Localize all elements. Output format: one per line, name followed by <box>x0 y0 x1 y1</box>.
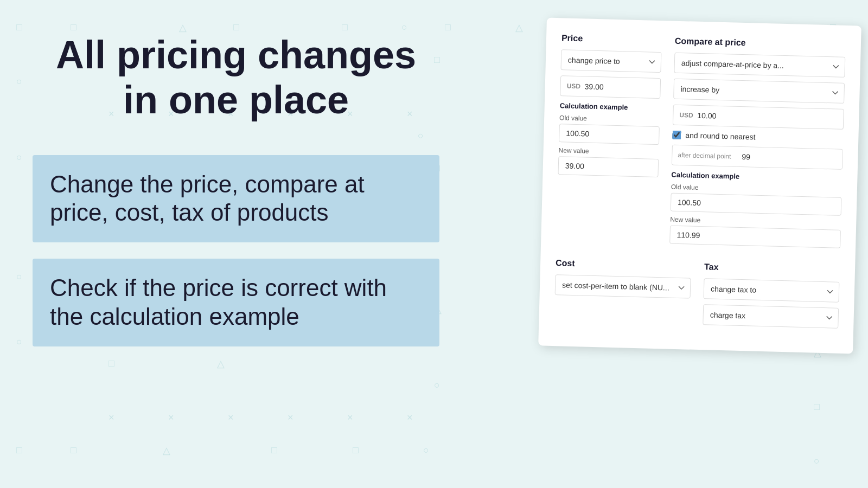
price-label: Price <box>561 33 662 46</box>
compare-action-select[interactable]: adjust compare-at-price by a... <box>674 53 845 78</box>
price-calc-section: Calculation example Old value New value <box>558 101 660 182</box>
compare-calc-title: Calculation example <box>671 171 842 183</box>
compare-label: Compare at price <box>675 36 846 50</box>
round-checkbox-label: and round to nearest <box>685 131 756 141</box>
compare-amount-wrapper: USD <box>673 105 844 130</box>
left-panel: All pricing changesin one place Change t… <box>33 33 439 363</box>
after-decimal-row: after decimal point <box>672 145 843 170</box>
price-currency-label: USD <box>567 82 581 91</box>
main-title: All pricing changesin one place <box>33 33 439 123</box>
round-checkbox[interactable] <box>672 131 681 139</box>
price-section: Price change price to USD Calculation ex… <box>556 33 662 248</box>
price-amount-wrapper: USD <box>560 75 661 99</box>
price-old-value[interactable] <box>559 124 660 145</box>
tax-change-select[interactable]: change tax to <box>704 278 840 303</box>
compare-section: Compare at price adjust compare-at-price… <box>669 36 846 253</box>
price-old-label: Old value <box>559 114 660 124</box>
compare-direction-select[interactable]: increase by <box>673 79 845 104</box>
price-new-value[interactable] <box>558 156 659 177</box>
feature-box-2: Check if the price is correct withthe ca… <box>33 259 439 346</box>
compare-amount-input[interactable] <box>673 105 844 130</box>
bottom-row: Cost set cost-per-item to blank (NU... T… <box>554 258 840 334</box>
tax-label: Tax <box>704 262 840 275</box>
feature-box-1: Change the price, compare atprice, cost,… <box>33 155 439 243</box>
compare-new-value[interactable] <box>669 226 841 248</box>
round-checkbox-row: and round to nearest <box>672 131 843 144</box>
price-new-label: New value <box>558 146 659 157</box>
price-action-select[interactable]: change price to <box>560 49 661 73</box>
after-decimal-input[interactable] <box>736 147 843 169</box>
after-decimal-label: after decimal point <box>672 146 737 166</box>
feature-text-1: Change the price, compare atprice, cost,… <box>50 170 422 228</box>
price-calc-title: Calculation example <box>560 101 660 112</box>
compare-calc-section: Calculation example Old value New value <box>669 171 843 253</box>
tax-section: Tax change tax to charge tax <box>703 262 840 334</box>
tax-charge-select[interactable]: charge tax <box>703 304 839 329</box>
cost-action-select[interactable]: set cost-per-item to blank (NU... <box>555 274 691 299</box>
cost-section: Cost set cost-per-item to blank (NU... <box>554 258 691 330</box>
feature-text-2: Check if the price is correct withthe ca… <box>50 274 422 331</box>
compare-currency-label: USD <box>679 111 693 119</box>
form-card: Price change price to USD Calculation ex… <box>538 18 861 354</box>
compare-old-value[interactable] <box>671 193 842 216</box>
cost-label: Cost <box>556 258 691 272</box>
